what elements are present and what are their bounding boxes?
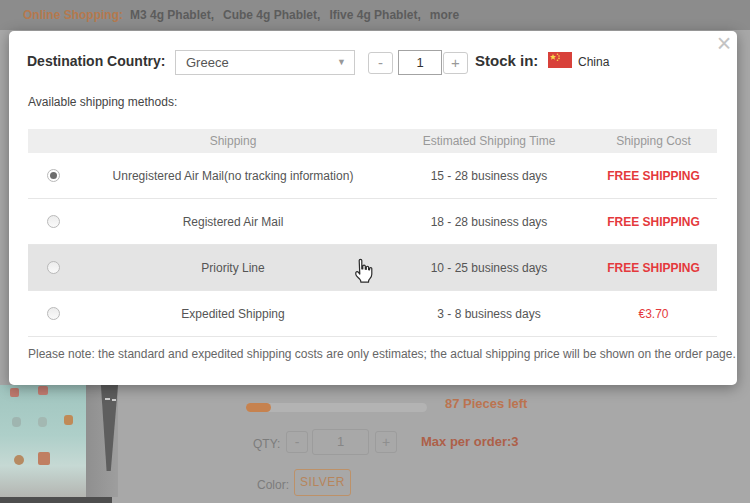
modal-qty-input[interactable] <box>398 50 442 75</box>
header-radio-spacer <box>28 129 78 153</box>
destination-country-value: Greece <box>176 51 354 74</box>
qty-increment-button[interactable]: + <box>375 431 397 453</box>
header-shipping: Shipping <box>78 129 388 153</box>
shipping-note-text: Please note: the standard and expedited … <box>28 347 736 361</box>
shipping-method-cost: €3.70 <box>590 307 717 321</box>
shipping-method-time: 15 - 28 business days <box>388 169 590 183</box>
product-image-detail <box>38 386 48 395</box>
destination-country-label: Destination Country: <box>27 53 165 69</box>
header-estimated-time: Estimated Shipping Time <box>388 129 590 153</box>
stock-country-text: China <box>578 55 609 69</box>
radio-icon[interactable] <box>47 261 60 274</box>
qty-label: QTY: <box>253 437 280 451</box>
max-per-order-text: Max per order:3 <box>421 434 519 449</box>
table-row-registered-air-mail[interactable]: Registered Air Mail 18 - 28 business day… <box>28 199 717 245</box>
radio-selected-icon[interactable] <box>47 169 60 182</box>
product-image-detail <box>64 415 73 425</box>
thumbnail-strip <box>0 497 112 503</box>
online-shopping-label: Online Shopping: <box>23 8 123 22</box>
color-label: Color: <box>257 478 289 492</box>
shipping-method-name: Unregistered Air Mail(no tracking inform… <box>78 169 388 183</box>
shipping-method-time: 3 - 8 business days <box>388 307 590 321</box>
product-image-detail <box>38 452 50 465</box>
shipping-method-cost: FREE SHIPPING <box>590 169 717 183</box>
shipping-method-time: 10 - 25 business days <box>388 261 590 275</box>
product-image-thumbnail <box>0 385 86 497</box>
product-image-detail <box>112 399 116 401</box>
product-image-detail <box>14 455 24 465</box>
header-shipping-cost: Shipping Cost <box>590 129 717 153</box>
shipping-method-name: Priority Line <box>78 261 388 275</box>
top-link-more[interactable]: more <box>430 8 459 22</box>
product-image-detail <box>10 388 19 397</box>
shipping-method-name: Expedited Shipping <box>78 307 388 321</box>
shipping-method-cost: FREE SHIPPING <box>590 261 717 275</box>
top-link-cube[interactable]: Cube 4g Phablet, <box>223 8 320 22</box>
available-methods-label: Available shipping methods: <box>28 95 177 109</box>
china-flag-icon <box>548 52 572 68</box>
table-row-unregistered-air-mail[interactable]: Unregistered Air Mail(no tracking inform… <box>28 153 717 199</box>
table-header-row: Shipping Estimated Shipping Time Shippin… <box>28 129 717 153</box>
table-row-expedited-shipping[interactable]: Expedited Shipping 3 - 8 business days €… <box>28 291 717 337</box>
shipping-method-cost: FREE SHIPPING <box>590 215 717 229</box>
qty-input[interactable]: 1 <box>312 429 369 455</box>
modal-qty-increment-button[interactable]: + <box>443 52 468 74</box>
chevron-down-icon: ▼ <box>337 51 346 74</box>
color-option-silver[interactable]: SILVER <box>294 469 351 496</box>
product-image-detail <box>105 398 110 400</box>
hand-cursor-icon <box>350 258 374 288</box>
top-link-m3[interactable]: M3 4g Phablet, <box>130 8 214 22</box>
shipping-methods-dialog: × Destination Country: Greece ▼ - + Stoc… <box>9 31 737 385</box>
radio-icon[interactable] <box>47 307 60 320</box>
stock-in-label: Stock in: <box>475 52 538 69</box>
destination-country-select[interactable]: Greece ▼ <box>175 50 355 75</box>
qty-decrement-button[interactable]: - <box>286 431 308 453</box>
shipping-method-time: 18 - 28 business days <box>388 215 590 229</box>
page: Online Shopping:M3 4g Phablet,Cube 4g Ph… <box>0 0 750 503</box>
product-image-detail <box>38 417 47 427</box>
stock-progress-fill <box>246 403 271 412</box>
top-link-ifive[interactable]: Ifive 4g Phablet, <box>329 8 420 22</box>
stock-progress-bar <box>246 403 427 412</box>
pieces-left-text: 87 Pieces left <box>445 396 527 411</box>
product-image-detail <box>12 417 21 427</box>
radio-icon[interactable] <box>47 215 60 228</box>
product-side-image <box>86 385 118 497</box>
modal-qty-decrement-button[interactable]: - <box>368 52 393 74</box>
shipping-method-name: Registered Air Mail <box>78 215 388 229</box>
shipping-methods-table: Shipping Estimated Shipping Time Shippin… <box>28 129 717 337</box>
close-icon[interactable]: × <box>710 29 738 57</box>
top-links-bar: Online Shopping:M3 4g Phablet,Cube 4g Ph… <box>0 0 750 30</box>
